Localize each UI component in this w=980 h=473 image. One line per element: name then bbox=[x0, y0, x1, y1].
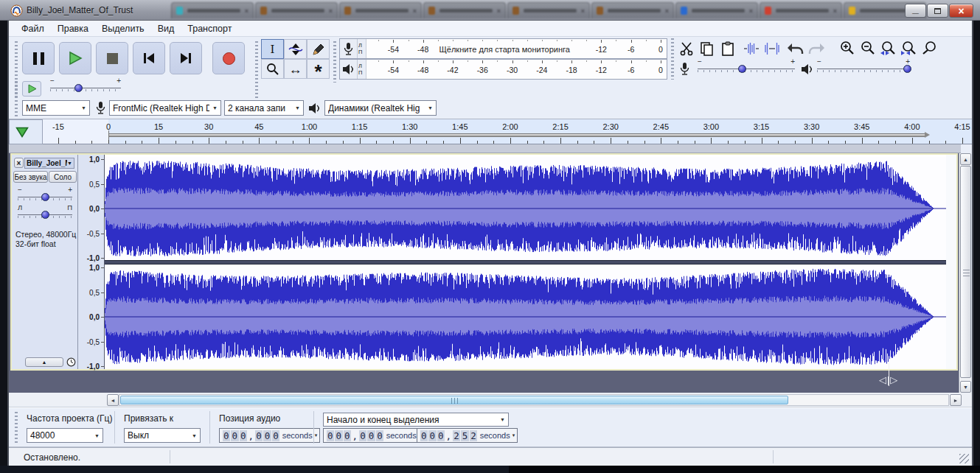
timeshift-tool-button[interactable]: ↔ bbox=[284, 59, 307, 79]
time-digit[interactable]: 2 bbox=[470, 430, 478, 441]
output-device-dropdown[interactable]: Динамики (Realtek Hig▼ bbox=[324, 100, 437, 116]
track-gain-thumb[interactable] bbox=[41, 193, 49, 201]
selection-end-field[interactable]: 000,252seconds▾ bbox=[417, 428, 518, 443]
time-digit[interactable]: 0 bbox=[344, 430, 352, 441]
timeline-ruler[interactable]: -1501530451:001:151:301:452:002:152:302:… bbox=[43, 119, 972, 144]
track-name-dropdown[interactable]: Billy_Joel_M▼ bbox=[24, 158, 74, 169]
title-bar[interactable]: ××××××××× Billy_Joel_Matter_Of_Trust — × bbox=[0, 0, 980, 21]
selection-mode-dropdown[interactable]: Начало и конец выделения▼ bbox=[323, 413, 509, 427]
recording-meter-scale[interactable]: Щёлкните для старта мониторинга -54-48-1… bbox=[366, 39, 667, 58]
track-pan-thumb[interactable] bbox=[41, 211, 49, 219]
multi-tool-button[interactable]: * bbox=[307, 59, 330, 79]
time-digit[interactable]: 0 bbox=[240, 430, 248, 441]
mute-button[interactable]: Без звука bbox=[13, 171, 48, 183]
copy-button[interactable] bbox=[697, 39, 717, 57]
audio-position-field[interactable]: 000,000seconds▾ bbox=[219, 428, 320, 443]
playback-volume-thumb[interactable] bbox=[903, 65, 911, 73]
scroll-up-button[interactable]: ▲ bbox=[960, 153, 971, 165]
selection-tool-button[interactable]: I bbox=[261, 39, 284, 59]
vertical-scrollbar-thumb[interactable] bbox=[960, 166, 971, 378]
zoom-toggle-button[interactable] bbox=[920, 39, 939, 57]
maximize-button[interactable] bbox=[927, 4, 948, 18]
scroll-left-button[interactable]: ◄ bbox=[107, 394, 119, 406]
play-region-bar[interactable] bbox=[108, 133, 925, 137]
time-digit[interactable]: , bbox=[249, 430, 254, 441]
play-at-speed-button[interactable] bbox=[22, 81, 41, 97]
track-gain-slider[interactable]: − + bbox=[18, 189, 72, 205]
skip-to-end-button[interactable] bbox=[170, 42, 202, 74]
menu-item-3[interactable]: Вид bbox=[151, 21, 181, 36]
fit-project-button[interactable] bbox=[899, 39, 919, 57]
zoom-tool-button[interactable] bbox=[261, 59, 284, 79]
scroll-right-button[interactable]: ► bbox=[950, 394, 962, 406]
zoom-out-button[interactable] bbox=[858, 39, 878, 57]
record-button[interactable] bbox=[212, 42, 245, 74]
mixer-toolbar-grip[interactable] bbox=[671, 60, 674, 78]
time-digit[interactable]: 0 bbox=[272, 430, 280, 441]
selection-start-field[interactable]: 000,000seconds▾ bbox=[323, 428, 424, 443]
solo-button[interactable]: Соло bbox=[49, 171, 77, 183]
track-vertical-ruler[interactable]: 1,00,50,0-0,5-1,01,00,50,0-0,5-1,0 bbox=[78, 155, 105, 369]
time-digit[interactable]: 0 bbox=[327, 430, 335, 441]
resize-grip[interactable] bbox=[959, 454, 969, 463]
waveform-clip[interactable] bbox=[105, 155, 946, 369]
menu-item-2[interactable]: Выделить bbox=[95, 21, 151, 36]
skip-to-start-button[interactable] bbox=[133, 42, 165, 74]
recording-meter[interactable]: ЛП Щёлкните для старта мониторинга -54-4… bbox=[339, 38, 667, 59]
paste-button[interactable] bbox=[717, 39, 737, 57]
time-digit[interactable]: 0 bbox=[223, 430, 231, 441]
snap-to-dropdown[interactable]: Выкл▼ bbox=[124, 428, 201, 443]
meter-toolbar-grip[interactable] bbox=[333, 41, 336, 83]
time-digit[interactable]: 0 bbox=[255, 430, 263, 441]
track-collapse-button[interactable]: ▲ bbox=[25, 357, 63, 367]
zoom-in-button[interactable] bbox=[837, 39, 857, 57]
project-rate-dropdown[interactable]: 48000▼ bbox=[27, 428, 103, 443]
waveform-left-channel[interactable] bbox=[105, 157, 946, 260]
envelope-tool-button[interactable] bbox=[284, 39, 307, 59]
time-digit[interactable]: 0 bbox=[231, 430, 239, 441]
time-digit[interactable]: 0 bbox=[376, 430, 384, 441]
field-dropdown-arrow-icon[interactable]: ▾ bbox=[315, 432, 318, 438]
horizontal-scrollbar-thumb[interactable] bbox=[120, 396, 788, 404]
menu-item-1[interactable]: Правка bbox=[51, 21, 95, 36]
horizontal-scrollbar[interactable] bbox=[119, 394, 949, 406]
input-device-dropdown[interactable]: FrontMic (Realtek High D▼ bbox=[109, 100, 221, 116]
undo-button[interactable] bbox=[785, 39, 805, 57]
input-channels-dropdown[interactable]: 2 канала запи▼ bbox=[224, 100, 304, 116]
play-speed-slider[interactable]: − + bbox=[50, 80, 121, 97]
time-digit[interactable]: 0 bbox=[420, 430, 428, 441]
speed-toolbar-grip[interactable] bbox=[15, 81, 18, 97]
draw-tool-button[interactable] bbox=[307, 39, 330, 59]
play-button[interactable] bbox=[59, 42, 91, 74]
vertical-scrollbar[interactable]: ▲ ▼ bbox=[959, 153, 971, 393]
cut-button[interactable] bbox=[676, 39, 696, 57]
track-close-button[interactable]: × bbox=[14, 158, 24, 168]
scroll-down-button[interactable]: ▼ bbox=[960, 381, 971, 393]
playback-meter[interactable]: ЛП -54-48-42-36-30-24-18-12-60 bbox=[339, 59, 667, 80]
audio-host-dropdown[interactable]: MME▼ bbox=[22, 100, 90, 116]
selection-toolbar-grip[interactable] bbox=[15, 412, 18, 444]
time-digit[interactable]: 0 bbox=[335, 430, 343, 441]
waveform-right-channel[interactable] bbox=[105, 264, 946, 369]
menu-item-0[interactable]: Файл bbox=[15, 21, 51, 36]
close-button[interactable]: × bbox=[949, 4, 973, 18]
clock-icon[interactable] bbox=[66, 357, 76, 367]
timeline-pin-box[interactable] bbox=[9, 119, 43, 144]
recording-volume-slider[interactable]: − + bbox=[698, 60, 795, 78]
pause-button[interactable] bbox=[22, 42, 55, 74]
time-digit[interactable]: 0 bbox=[428, 430, 437, 441]
playback-meter-scale[interactable]: -54-48-42-36-30-24-18-12-60 bbox=[366, 60, 667, 79]
device-toolbar-grip[interactable] bbox=[15, 100, 18, 116]
silence-audio-button[interactable] bbox=[762, 39, 782, 57]
redo-button[interactable] bbox=[806, 39, 826, 57]
stop-button[interactable] bbox=[96, 42, 128, 74]
trim-audio-button[interactable] bbox=[741, 39, 761, 57]
time-digit[interactable]: 5 bbox=[461, 430, 469, 441]
play-speed-thumb[interactable] bbox=[74, 84, 83, 92]
time-digit[interactable]: 0 bbox=[367, 430, 375, 441]
time-digit[interactable]: 0 bbox=[263, 430, 271, 441]
fit-selection-button[interactable] bbox=[878, 39, 898, 57]
minimize-button[interactable]: — bbox=[905, 4, 926, 18]
time-digit[interactable]: 0 bbox=[359, 430, 367, 441]
monitoring-message[interactable]: Щёлкните для старта мониторинга bbox=[439, 45, 569, 54]
